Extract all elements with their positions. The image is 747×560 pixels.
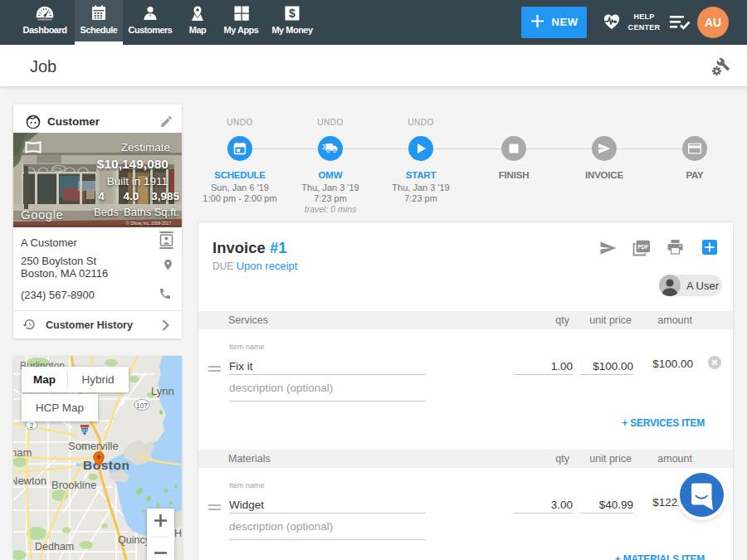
svg-text:Hi: Hi (174, 528, 182, 539)
svg-text:Somerville: Somerville (68, 440, 119, 452)
svg-text:ham: ham (13, 446, 32, 459)
svg-text:107: 107 (136, 402, 148, 410)
svg-text:2: 2 (30, 421, 34, 430)
svg-text:Brookline: Brookline (51, 479, 96, 491)
svg-text:Newton: Newton (13, 475, 46, 487)
svg-text:Dedham: Dedham (35, 541, 74, 553)
svg-text:Lynn: Lynn (151, 385, 174, 397)
svg-text:93: 93 (81, 428, 88, 434)
svg-text:PDF: PDF (637, 244, 648, 250)
svg-text:$: $ (289, 7, 295, 20)
svg-text:Quincy: Quincy (118, 534, 151, 546)
svg-text:Boston: Boston (83, 458, 129, 472)
